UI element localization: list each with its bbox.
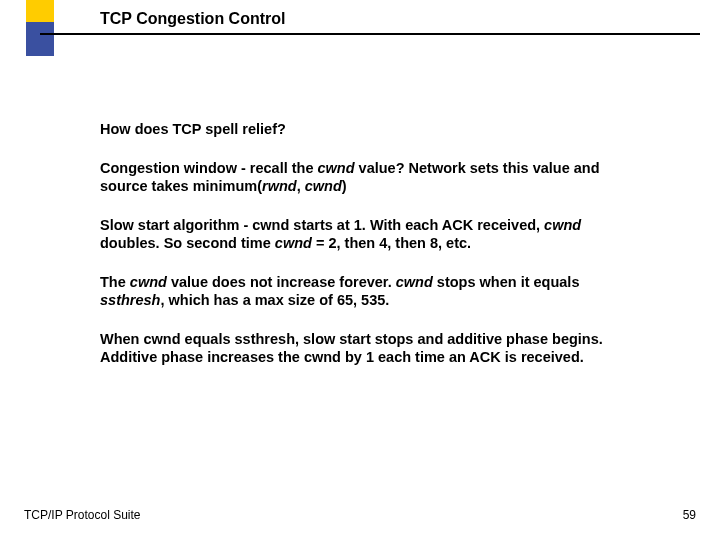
text: The: [100, 274, 130, 290]
paragraph-2: Slow start algorithm - cwnd starts at 1.…: [100, 216, 640, 253]
slide-header: TCP Congestion Control: [0, 0, 720, 60]
logo-icon: [26, 0, 54, 60]
term-cwnd: cwnd: [396, 274, 433, 290]
term-cwnd: cwnd: [544, 217, 581, 233]
paragraph-4: When cwnd equals ssthresh, slow start st…: [100, 330, 640, 367]
term-ssthresh: ssthresh: [100, 292, 160, 308]
term-cwnd: cwnd: [130, 274, 167, 290]
text: stops when it equals: [433, 274, 580, 290]
paragraph-1: Congestion window - recall the cwnd valu…: [100, 159, 640, 196]
text: ): [342, 178, 347, 194]
text: = 2, then 4, then 8, etc.: [312, 235, 471, 251]
page-number: 59: [683, 508, 696, 522]
text: value does not increase forever.: [167, 274, 396, 290]
text: ,: [297, 178, 305, 194]
term-rwnd: rwnd: [262, 178, 297, 194]
slide-content: How does TCP spell relief? Congestion wi…: [100, 120, 640, 387]
text: Congestion window - recall the: [100, 160, 318, 176]
title-rule: [40, 33, 700, 35]
footer-text: TCP/IP Protocol Suite: [24, 508, 141, 522]
content-heading: How does TCP spell relief?: [100, 120, 640, 139]
paragraph-3: The cwnd value does not increase forever…: [100, 273, 640, 310]
term-cwnd: cwnd: [275, 235, 312, 251]
term-cwnd: cwnd: [305, 178, 342, 194]
text: Slow start algorithm - cwnd starts at 1.…: [100, 217, 544, 233]
slide-title: TCP Congestion Control: [100, 10, 690, 28]
title-wrap: TCP Congestion Control: [100, 10, 690, 28]
text: doubles. So second time: [100, 235, 275, 251]
term-cwnd: cwnd: [318, 160, 355, 176]
text: , which has a max size of 65, 535.: [160, 292, 389, 308]
